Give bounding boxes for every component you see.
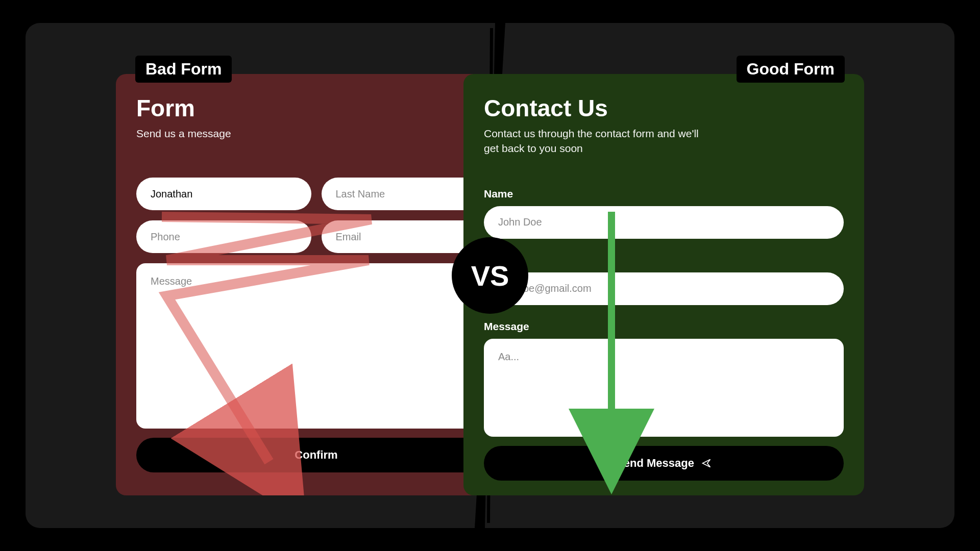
confirm-button[interactable]: Confirm — [136, 438, 496, 472]
send-message-button[interactable]: Send Message — [484, 446, 844, 481]
message-label: Message — [484, 320, 844, 333]
send-icon — [701, 458, 712, 468]
email-label: Email — [484, 254, 844, 266]
phone-input[interactable]: Phone — [136, 220, 311, 253]
message-textarea[interactable]: Message — [136, 263, 496, 429]
good-email-input[interactable]: johndoe@gmail.com — [484, 272, 844, 305]
bad-form-badge: Bad Form — [135, 56, 232, 83]
good-form-title: Contact Us — [484, 94, 844, 122]
name-label: Name — [484, 188, 844, 200]
good-form-subtitle: Contact us through the contact form and … — [484, 126, 703, 156]
send-message-label: Send Message — [616, 457, 694, 470]
firstname-input[interactable]: Jonathan — [136, 178, 311, 210]
bad-form-subtitle: Send us a message — [136, 126, 356, 141]
vs-badge: VS — [452, 237, 528, 314]
comparison-stage: Bad Form Form Send us a message Jonathan… — [26, 23, 954, 528]
good-form-badge: Good Form — [737, 56, 845, 83]
bad-form-title: Form — [136, 94, 496, 122]
good-message-textarea[interactable]: Aa... — [484, 339, 844, 437]
name-input[interactable]: John Doe — [484, 206, 844, 239]
